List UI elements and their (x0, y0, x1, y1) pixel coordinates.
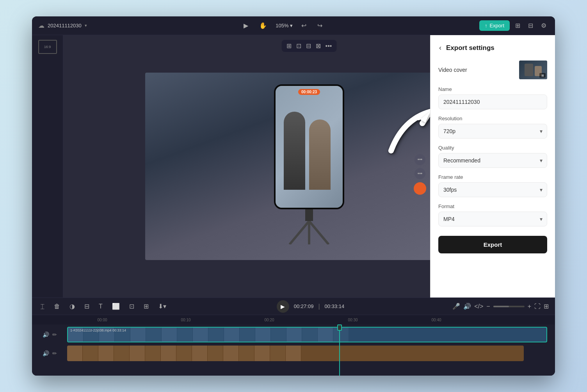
quality-select-wrapper: Recommended High Medium Low ▾ (438, 153, 547, 168)
frame-rate-select[interactable]: 30fps 24fps 60fps (438, 182, 547, 197)
export-button[interactable]: ↑ Export (479, 20, 510, 31)
split-clip-btn[interactable]: ⌶ (38, 301, 47, 312)
crop-btn[interactable]: ⊡ (296, 42, 301, 50)
audio-btn[interactable]: 🔊 (463, 303, 471, 310)
ruler-marks: 00:00 00:10 00:20 00:30 00:40 (102, 315, 520, 324)
quality-select[interactable]: Recommended High Medium Low (438, 153, 547, 168)
track-row-2: 🔊 ✏ (32, 345, 555, 362)
hand-tool-btn[interactable]: ✋ (257, 20, 269, 31)
resolution-label: Resolution (438, 116, 547, 121)
phone-body: 00:00:23 (274, 84, 344, 209)
cover-thumbnail-image: ⊞ (519, 61, 547, 79)
zoom-out-btn[interactable]: − (486, 303, 490, 310)
back-button[interactable]: ‹ (438, 43, 442, 53)
name-label: Name (438, 86, 547, 92)
track-2-thumbnails (67, 346, 301, 361)
track-2-edit-btn[interactable]: ✏ (52, 350, 57, 356)
topbar-right: ↑ Export ⊞ ⊟ ⚙ (479, 20, 549, 31)
fullscreen-btn[interactable]: ⛶ (534, 303, 541, 310)
format-select[interactable]: MP4 MOV AVI (438, 212, 547, 226)
track-clip-2[interactable] (67, 346, 524, 361)
cloud-icon: ☁ (38, 22, 44, 29)
playback-controls: ▶ 00:27:09 | 00:33:14 (173, 300, 448, 313)
zoom-slider[interactable] (493, 306, 525, 307)
chevron-down-icon: ▾ (85, 23, 87, 28)
zoom-slider-thumb (493, 306, 509, 307)
project-name: 202411112030 (48, 23, 82, 29)
resolution-select-wrapper: 720p 1080p 480p 4K ▾ (438, 124, 547, 139)
ruler-mark-1: 00:10 (181, 318, 190, 322)
layers-icon-btn[interactable]: ⊞ (513, 20, 523, 31)
quality-group: Quality Recommended High Medium Low ▾ (438, 145, 547, 168)
tripod-legs (286, 221, 333, 244)
transform-btn[interactable]: ⊟ (306, 42, 311, 50)
name-group: Name (438, 86, 547, 109)
app-window: ☁ 202411112030 ▾ ▶ ✋ 105% ▾ ↩ ↪ ↑ Export… (32, 16, 555, 376)
topbar-center: ▶ ✋ 105% ▾ ↩ ↪ (92, 20, 475, 31)
undo-btn[interactable]: ↩ (299, 20, 309, 31)
canvas-area: ⊞ ⊡ ⊟ ⊠ ••• (63, 35, 555, 298)
track-1-volume-btn[interactable]: 🔊 (43, 331, 49, 338)
track-1-content[interactable]: 1-#20241111t-22j038.mp4 00:33:14 (67, 326, 555, 343)
crop-timeline-btn[interactable]: ⊡ (127, 301, 137, 312)
quality-label: Quality (438, 145, 547, 151)
zoom-display[interactable]: 105% ▾ (276, 23, 293, 29)
effects-btn[interactable]: ⬜ (110, 301, 122, 312)
tripod-mount (305, 209, 313, 221)
track-1-controls: 🔊 ✏ (32, 326, 67, 343)
ruler-mark-0: 00:00 (97, 318, 107, 322)
phone-tripod: 00:00:23 (251, 84, 368, 248)
track-2-volume-btn[interactable]: 🔊 (43, 350, 49, 356)
microphone-btn[interactable]: 🎤 (452, 303, 460, 310)
format-select-wrapper: MP4 MOV AVI ▾ (438, 212, 547, 226)
text-btn[interactable]: T (96, 301, 105, 312)
time-divider: | (318, 303, 320, 310)
format-group: Format MP4 MOV AVI ▾ (438, 203, 547, 226)
topbar-left: ☁ 202411112030 ▾ (38, 22, 87, 29)
keyframe-btn[interactable]: ⊞ (141, 301, 151, 312)
timeline-tracks: 🔊 ✏ 1-#20241111t-22j038.mp4 00:33:14 (32, 324, 555, 376)
settings-icon-btn[interactable]: ⚙ (539, 20, 549, 31)
playhead-top (337, 324, 342, 331)
video-cover-thumbnail[interactable]: ⊞ (519, 61, 547, 79)
ruler-mark-4: 00:40 (431, 318, 441, 322)
play-tool-btn[interactable]: ▶ (241, 20, 251, 31)
track-1-label: 1-#20241111t-22j038.mp4 00:33:14 (70, 328, 126, 332)
video-cover-label: Video cover (438, 67, 467, 73)
split-view-icon-btn[interactable]: ⊟ (526, 20, 535, 31)
left-sidebar: 16:9 (32, 35, 63, 298)
timeline-ruler: 00:00 00:10 00:20 00:30 00:40 (32, 315, 555, 324)
grid-btn[interactable]: ⊞ (544, 303, 549, 310)
track-2-content[interactable] (67, 345, 555, 362)
download-btn[interactable]: ⬇▾ (156, 301, 169, 312)
track-1-edit-btn[interactable]: ✏ (52, 331, 57, 338)
resolution-select[interactable]: 720p 1080p 480p 4K (438, 124, 547, 139)
ruler-mark-3: 00:30 (348, 318, 358, 322)
mask-btn[interactable]: ⊠ (316, 42, 321, 50)
trim-btn[interactable]: ⊟ (82, 301, 92, 312)
svg-line-0 (290, 221, 309, 244)
bottom-section: ⌶ 🗑 ◑ ⊟ T ⬜ ⊡ ⊞ ⬇▾ ▶ 00:27:09 | 00:33:14… (32, 298, 555, 376)
video-cover-row: Video cover ⊞ (438, 61, 547, 79)
format-label: Format (438, 203, 547, 209)
redo-btn[interactable]: ↪ (315, 20, 325, 31)
export-action-button[interactable]: Export (438, 236, 547, 253)
ruler-mark-2: 00:20 (264, 318, 274, 322)
code-btn[interactable]: </> (474, 303, 483, 310)
recording-badge: 00:00:23 (298, 89, 320, 95)
topbar: ☁ 202411112030 ▾ ▶ ✋ 105% ▾ ↩ ↪ ↑ Export… (32, 16, 555, 35)
speed-btn[interactable]: ◑ (67, 301, 77, 312)
panel-header: ‹ Export settings (438, 43, 547, 53)
more-canvas-btn[interactable]: ••• (326, 43, 332, 50)
zoom-chevron-icon: ▾ (290, 23, 293, 29)
track-clip-1[interactable]: 1-#20241111t-22j038.mp4 00:33:14 (67, 327, 547, 342)
resolution-group: Resolution 720p 1080p 480p 4K ▾ (438, 116, 547, 139)
name-input[interactable] (438, 94, 547, 109)
zoom-in-btn[interactable]: + (528, 303, 531, 310)
canvas-toolbar: ⊞ ⊡ ⊟ ⊠ ••• (282, 40, 337, 52)
play-pause-btn[interactable]: ▶ (277, 300, 289, 313)
aspect-ratio-selector[interactable]: 16:9 (38, 40, 57, 54)
delete-btn[interactable]: 🗑 (52, 301, 62, 312)
fit-frame-btn[interactable]: ⊞ (286, 42, 292, 50)
monitor-icon: ⊞ (539, 73, 546, 78)
